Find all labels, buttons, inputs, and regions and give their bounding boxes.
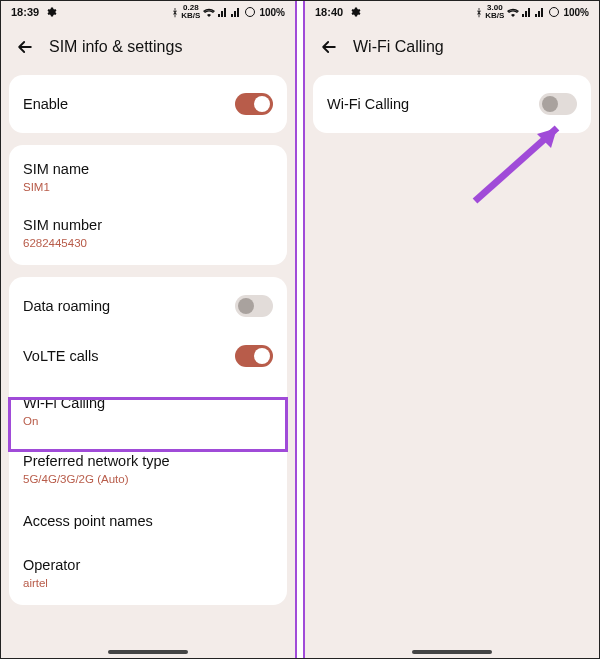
enable-label: Enable: [23, 96, 68, 112]
wifi-calling-toggle[interactable]: [539, 93, 577, 115]
volte-label: VoLTE calls: [23, 348, 99, 364]
wifi-calling-label: Wi-Fi Calling: [327, 96, 409, 112]
svg-point-1: [550, 8, 559, 17]
sim-name-label: SIM name: [23, 161, 89, 177]
page-title: Wi-Fi Calling: [353, 38, 444, 56]
status-battery: 100%: [259, 7, 285, 18]
pref-network-value: 5G/4G/3G/2G (Auto): [23, 473, 128, 485]
signal-icon-2: [535, 7, 545, 17]
row-volte[interactable]: VoLTE calls: [9, 331, 287, 381]
wifi-calling-label: Wi-Fi Calling: [23, 395, 105, 411]
row-enable[interactable]: Enable: [9, 79, 287, 129]
signal-icon: [218, 7, 228, 17]
page-header: Wi-Fi Calling: [305, 23, 599, 75]
sim-name-value: SIM1: [23, 181, 50, 193]
svg-point-0: [246, 8, 255, 17]
pref-network-label: Preferred network type: [23, 453, 170, 469]
status-net: 3.00KB/S: [485, 4, 504, 20]
operator-value: airtel: [23, 577, 48, 589]
card-wifi-calling: Wi-Fi Calling: [313, 75, 591, 133]
screenshot-divider: [295, 1, 305, 658]
card-network: Data roaming VoLTE calls Wi-Fi Calling O…: [9, 277, 287, 605]
data-roaming-toggle[interactable]: [235, 295, 273, 317]
battery-icon: [244, 6, 256, 18]
card-enable: Enable: [9, 75, 287, 133]
back-icon[interactable]: [15, 37, 35, 57]
signal-icon: [522, 7, 532, 17]
status-bar: 18:40 ᚼ 3.00KB/S 100%: [305, 1, 599, 23]
row-operator[interactable]: Operator airtel: [9, 545, 287, 601]
wifi-icon: [203, 7, 215, 17]
row-sim-name[interactable]: SIM name SIM1: [9, 149, 287, 205]
card-sim-info: SIM name SIM1 SIM number 6282445430: [9, 145, 287, 265]
status-battery: 100%: [563, 7, 589, 18]
enable-toggle[interactable]: [235, 93, 273, 115]
row-wifi-calling[interactable]: Wi-Fi Calling: [313, 79, 591, 129]
page-title: SIM info & settings: [49, 38, 182, 56]
back-icon[interactable]: [319, 37, 339, 57]
volte-toggle[interactable]: [235, 345, 273, 367]
row-sim-number[interactable]: SIM number 6282445430: [9, 205, 287, 261]
data-roaming-label: Data roaming: [23, 298, 110, 314]
operator-label: Operator: [23, 557, 80, 573]
status-net: 0.28KB/S: [181, 4, 200, 20]
sim-number-value: 6282445430: [23, 237, 87, 249]
wifi-calling-value: On: [23, 415, 38, 427]
apn-label: Access point names: [23, 513, 153, 529]
row-wifi-calling[interactable]: Wi-Fi Calling On: [9, 381, 287, 441]
battery-icon: [548, 6, 560, 18]
row-apn[interactable]: Access point names: [9, 497, 287, 545]
row-pref-network[interactable]: Preferred network type 5G/4G/3G/2G (Auto…: [9, 441, 287, 497]
gear-icon: [349, 6, 361, 18]
home-indicator: [108, 650, 188, 654]
status-time: 18:40: [315, 6, 343, 18]
row-data-roaming[interactable]: Data roaming: [9, 281, 287, 331]
bluetooth-icon: ᚼ: [476, 7, 482, 18]
status-bar: 18:39 ᚼ 0.28KB/S 100%: [1, 1, 295, 23]
home-indicator: [412, 650, 492, 654]
page-header: SIM info & settings: [1, 23, 295, 75]
signal-icon-2: [231, 7, 241, 17]
bluetooth-icon: ᚼ: [172, 7, 178, 18]
phone-right: 18:40 ᚼ 3.00KB/S 100% Wi-Fi Calling Wi-F…: [305, 1, 599, 658]
wifi-icon: [507, 7, 519, 17]
phone-left: 18:39 ᚼ 0.28KB/S 100% SIM info & setting…: [1, 1, 295, 658]
status-time: 18:39: [11, 6, 39, 18]
gear-icon: [45, 6, 57, 18]
sim-number-label: SIM number: [23, 217, 102, 233]
